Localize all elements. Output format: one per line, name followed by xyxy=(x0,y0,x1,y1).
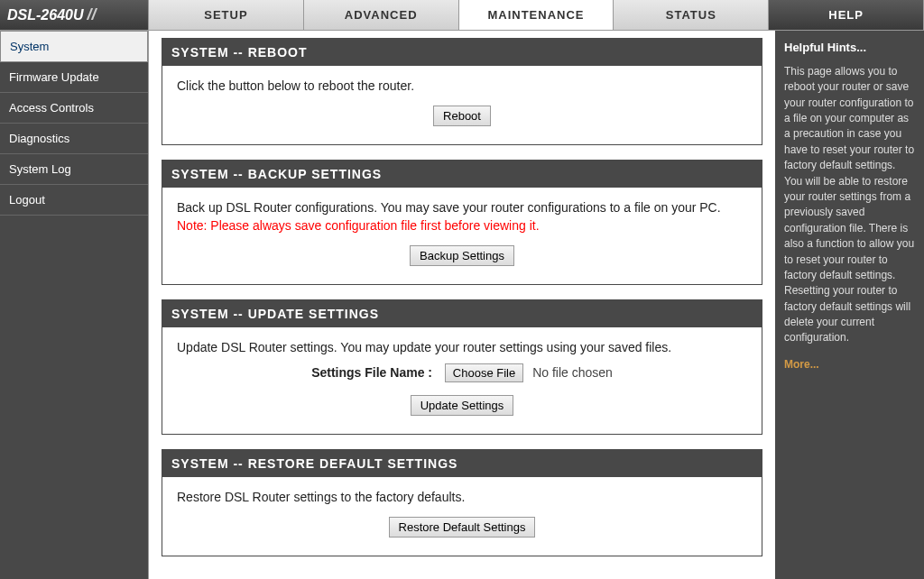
logo-decoration-icon: // xyxy=(87,5,96,24)
panel-restore: SYSTEM -- RESTORE DEFAULT SETTINGS Resto… xyxy=(162,449,762,556)
tab-help[interactable]: HELP xyxy=(769,0,924,30)
panel-restore-text: Restore DSL Router settings to the facto… xyxy=(177,490,747,504)
sidebar: System Firmware Update Access Controls D… xyxy=(0,31,149,579)
panel-reboot: SYSTEM -- REBOOT Click the button below … xyxy=(162,38,762,145)
sidebar-item-access-controls[interactable]: Access Controls xyxy=(0,93,148,124)
choose-file-button[interactable]: Choose File xyxy=(445,363,523,382)
tab-setup[interactable]: SETUP xyxy=(149,0,304,30)
panel-update: SYSTEM -- UPDATE SETTINGS Update DSL Rou… xyxy=(162,299,762,435)
tab-maintenance[interactable]: MAINTENANCE xyxy=(459,0,614,30)
panel-backup-note: Note: Please always save configuration f… xyxy=(177,218,747,233)
panel-update-title: SYSTEM -- UPDATE SETTINGS xyxy=(162,300,762,327)
panel-restore-title: SYSTEM -- RESTORE DEFAULT SETTINGS xyxy=(162,450,762,477)
device-logo: DSL-2640U // xyxy=(0,0,149,30)
help-more-link[interactable]: More... xyxy=(784,357,819,372)
panel-backup-title: SYSTEM -- BACKUP SETTINGS xyxy=(162,161,762,188)
sidebar-item-system-log[interactable]: System Log xyxy=(0,154,148,185)
panel-backup: SYSTEM -- BACKUP SETTINGS Back up DSL Ro… xyxy=(162,160,762,285)
panel-reboot-title: SYSTEM -- REBOOT xyxy=(162,39,762,66)
tab-advanced[interactable]: ADVANCED xyxy=(304,0,459,30)
settings-file-label: Settings File Name : xyxy=(311,365,432,380)
panel-backup-text: Back up DSL Router configurations. You m… xyxy=(177,200,747,215)
file-chosen-status: No file chosen xyxy=(532,365,613,380)
reboot-button[interactable]: Reboot xyxy=(433,106,491,126)
panel-update-text: Update DSL Router settings. You may upda… xyxy=(177,340,747,354)
help-title: Helpful Hints... xyxy=(784,40,915,57)
sidebar-item-diagnostics[interactable]: Diagnostics xyxy=(0,124,148,154)
update-settings-button[interactable]: Update Settings xyxy=(411,395,514,416)
sidebar-item-firmware-update[interactable]: Firmware Update xyxy=(0,62,148,93)
help-body: This page allows you to reboot your rout… xyxy=(784,64,915,346)
tab-status[interactable]: STATUS xyxy=(614,0,769,30)
help-panel: Helpful Hints... This page allows you to… xyxy=(775,31,924,579)
main-content: SYSTEM -- REBOOT Click the button below … xyxy=(149,31,775,579)
panel-reboot-text: Click the button below to reboot the rou… xyxy=(177,78,747,93)
sidebar-item-system[interactable]: System xyxy=(0,31,148,62)
restore-default-settings-button[interactable]: Restore Default Settings xyxy=(389,517,536,538)
device-model: DSL-2640U xyxy=(7,7,83,23)
backup-settings-button[interactable]: Backup Settings xyxy=(410,245,514,266)
sidebar-item-logout[interactable]: Logout xyxy=(0,185,148,216)
main-tabs: SETUP ADVANCED MAINTENANCE STATUS HELP xyxy=(149,0,924,30)
